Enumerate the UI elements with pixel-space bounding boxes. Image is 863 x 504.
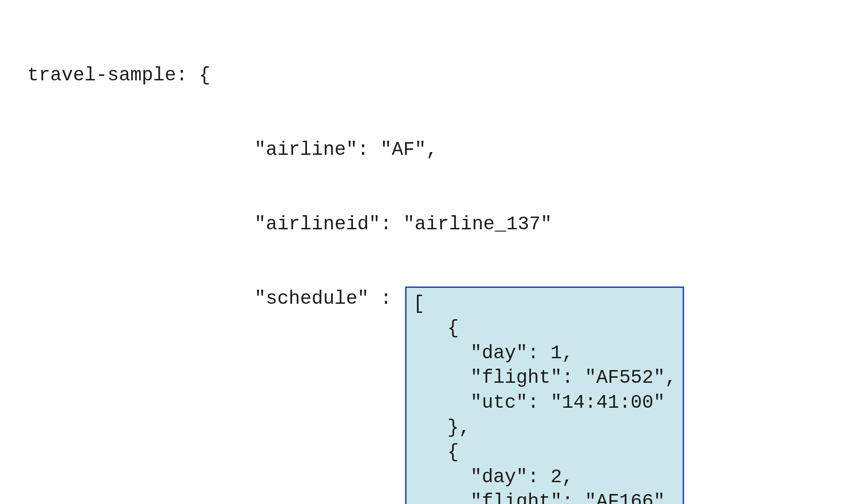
doc-key-line: travel-sample: { bbox=[27, 63, 836, 88]
schedule-label: "schedule" : bbox=[27, 287, 392, 311]
airlineid-line: "airlineid": "airline_137" bbox=[27, 212, 836, 237]
json-document: travel-sample: { "airline": "AF", "airli… bbox=[27, 14, 836, 504]
airline-line: "airline": "AF", bbox=[27, 138, 836, 163]
schedule-row: "schedule" : [ { "day": 1, "flight": "AF… bbox=[27, 287, 836, 504]
schedule-array-highlight: [ { "day": 1, "flight": "AF552", "utc": … bbox=[405, 287, 684, 504]
